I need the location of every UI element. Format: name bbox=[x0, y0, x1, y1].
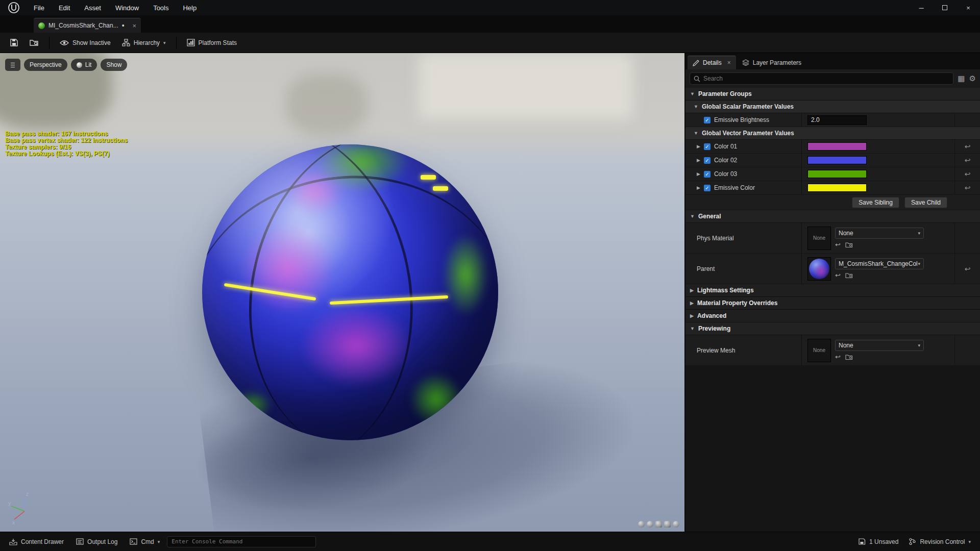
tab-label: MI_CosmisShark_Chan... bbox=[48, 22, 118, 29]
shader-stats-overlay: Base pass shader: 167 instructions Base … bbox=[5, 131, 128, 157]
reset-to-default-icon[interactable]: ↩ bbox=[965, 170, 971, 178]
emissive-brightness-input[interactable]: 2.0 bbox=[807, 115, 867, 125]
revision-control-button[interactable]: Revision Control ▾ bbox=[903, 532, 976, 551]
close-button[interactable]: × bbox=[957, 0, 980, 15]
preview-sphere[interactable] bbox=[202, 144, 498, 440]
menu-window[interactable]: Window bbox=[109, 2, 145, 14]
reset-to-default-icon[interactable]: ↩ bbox=[965, 156, 971, 164]
preview-sphere-icon[interactable] bbox=[647, 521, 653, 528]
color-03-swatch[interactable] bbox=[807, 170, 867, 178]
show-flags-button[interactable]: Show bbox=[101, 59, 127, 71]
search-input[interactable] bbox=[703, 75, 949, 82]
emissive-color-swatch[interactable] bbox=[807, 184, 867, 192]
preview-plane-icon[interactable] bbox=[655, 521, 662, 528]
cmd-selector[interactable]: Cmd ▾ bbox=[125, 532, 165, 551]
color-01-checkbox[interactable]: ✓ bbox=[704, 143, 710, 150]
section-lightmass-settings[interactable]: ▶ Lightmass Settings bbox=[685, 284, 980, 297]
reset-to-default-icon[interactable]: ↩ bbox=[965, 265, 971, 273]
collapsed-arrow-icon[interactable]: ▶ bbox=[697, 171, 700, 177]
section-advanced[interactable]: ▶ Advanced bbox=[685, 310, 980, 322]
reset-to-default-icon[interactable]: ↩ bbox=[965, 184, 971, 192]
use-selected-asset-icon[interactable]: ↩ bbox=[835, 353, 841, 361]
preview-mesh-dropdown[interactable]: None ▾ bbox=[835, 340, 924, 351]
category-global-scalar[interactable]: ▼ Global Scalar Parameter Values bbox=[685, 101, 980, 113]
collapsed-arrow-icon[interactable]: ▶ bbox=[697, 158, 700, 163]
status-bar-right: 1 Unsaved Revision Control ▾ bbox=[853, 532, 976, 551]
section-material-property-overrides[interactable]: ▶ Material Property Overrides bbox=[685, 297, 980, 310]
save-button[interactable] bbox=[5, 35, 23, 50]
viewport-3d[interactable]: Perspective Lit Show Base pass shader: 1… bbox=[0, 53, 684, 532]
reset-to-default-icon[interactable]: ↩ bbox=[965, 142, 971, 151]
parent-thumbnail[interactable] bbox=[807, 257, 831, 281]
panel-close-icon[interactable]: × bbox=[727, 59, 731, 66]
color-02-checkbox[interactable]: ✓ bbox=[704, 157, 710, 164]
tab-layer-parameters[interactable]: Layer Parameters bbox=[737, 56, 806, 69]
chevron-down-icon: ▾ bbox=[968, 539, 971, 544]
collapsed-arrow-icon[interactable]: ▶ bbox=[697, 144, 700, 149]
color-01-swatch[interactable] bbox=[807, 142, 867, 151]
menu-file[interactable]: File bbox=[28, 2, 51, 14]
restore-icon bbox=[942, 5, 947, 10]
use-selected-asset-icon[interactable]: ↩ bbox=[835, 271, 841, 279]
show-inactive-button[interactable]: Show Inactive bbox=[55, 36, 115, 49]
browse-to-asset-icon[interactable] bbox=[845, 354, 853, 360]
chevron-down-icon: ▾ bbox=[918, 261, 920, 266]
use-selected-asset-icon[interactable]: ↩ bbox=[835, 241, 841, 248]
display-filter-icon[interactable]: ▦ bbox=[958, 74, 965, 83]
color-01-label: Color 01 bbox=[714, 143, 737, 150]
console-command-box[interactable] bbox=[167, 536, 316, 547]
expanded-arrow-icon: ▼ bbox=[690, 326, 695, 331]
platform-stats-button[interactable]: Platform Stats bbox=[182, 36, 241, 49]
menu-tools[interactable]: Tools bbox=[147, 2, 175, 14]
stats-chart-icon bbox=[187, 39, 195, 46]
perspective-button[interactable]: Perspective bbox=[24, 59, 67, 71]
viewport-menu-button[interactable] bbox=[5, 59, 20, 71]
tab-details[interactable]: Details × bbox=[688, 56, 736, 69]
asset-tab[interactable]: MI_CosmisShark_Chan... • × bbox=[34, 18, 141, 33]
section-general[interactable]: ▼ General bbox=[685, 210, 980, 223]
emissive-color-label: Emissive Color bbox=[714, 184, 755, 191]
pencil-icon bbox=[693, 60, 699, 66]
menu-edit[interactable]: Edit bbox=[53, 2, 76, 14]
phys-material-thumbnail[interactable]: None bbox=[807, 227, 831, 250]
preview-cylinder-icon[interactable] bbox=[638, 521, 645, 528]
cmd-label: Cmd bbox=[141, 538, 154, 545]
settings-gear-icon[interactable]: ⚙ bbox=[969, 74, 976, 83]
collapsed-arrow-icon: ▶ bbox=[690, 313, 694, 318]
save-child-button[interactable]: Save Child bbox=[904, 197, 947, 208]
section-parameter-groups[interactable]: ▼ Parameter Groups bbox=[685, 88, 980, 101]
unreal-logo-icon[interactable] bbox=[0, 0, 28, 15]
browse-to-asset-icon[interactable] bbox=[845, 241, 853, 248]
browse-to-asset-button[interactable] bbox=[25, 35, 43, 50]
reset-column bbox=[954, 335, 980, 365]
save-sibling-button[interactable]: Save Sibling bbox=[852, 197, 899, 208]
parent-dropdown[interactable]: M_CosmisShark_ChangeColor ▾ bbox=[835, 258, 924, 269]
unsaved-files-button[interactable]: 1 Unsaved bbox=[853, 532, 903, 551]
preview-cube-icon[interactable] bbox=[664, 521, 671, 528]
category-global-vector[interactable]: ▼ Global Vector Parameter Values bbox=[685, 127, 980, 140]
output-log-button[interactable]: Output Log bbox=[71, 532, 122, 551]
restore-button[interactable] bbox=[933, 0, 957, 15]
console-command-input[interactable] bbox=[172, 538, 311, 545]
preview-mesh-thumbnail[interactable]: None bbox=[807, 339, 831, 362]
lit-mode-button[interactable]: Lit bbox=[71, 59, 97, 71]
color-02-swatch[interactable] bbox=[807, 156, 867, 164]
hierarchy-button[interactable]: Hierarchy ▾ bbox=[117, 36, 170, 49]
search-box[interactable] bbox=[690, 72, 953, 85]
eye-icon bbox=[60, 39, 69, 46]
menu-asset[interactable]: Asset bbox=[78, 2, 107, 14]
tab-close-icon[interactable]: × bbox=[132, 22, 136, 30]
section-previewing[interactable]: ▼ Previewing bbox=[685, 322, 980, 335]
menu-help[interactable]: Help bbox=[177, 2, 203, 14]
minimize-button[interactable]: ─ bbox=[910, 0, 933, 15]
collapsed-arrow-icon[interactable]: ▶ bbox=[697, 185, 700, 190]
emissive-brightness-checkbox[interactable]: ✓ bbox=[704, 117, 710, 123]
preview-mesh-icon[interactable] bbox=[673, 521, 679, 528]
content-drawer-button[interactable]: Content Drawer bbox=[4, 532, 69, 551]
browse-to-asset-icon[interactable] bbox=[845, 272, 853, 279]
phys-material-dropdown[interactable]: None ▾ bbox=[835, 228, 924, 239]
sphere-specular-highlight bbox=[202, 144, 498, 440]
save-icon bbox=[10, 38, 18, 47]
emissive-color-checkbox[interactable]: ✓ bbox=[704, 185, 710, 191]
color-03-checkbox[interactable]: ✓ bbox=[704, 171, 710, 178]
